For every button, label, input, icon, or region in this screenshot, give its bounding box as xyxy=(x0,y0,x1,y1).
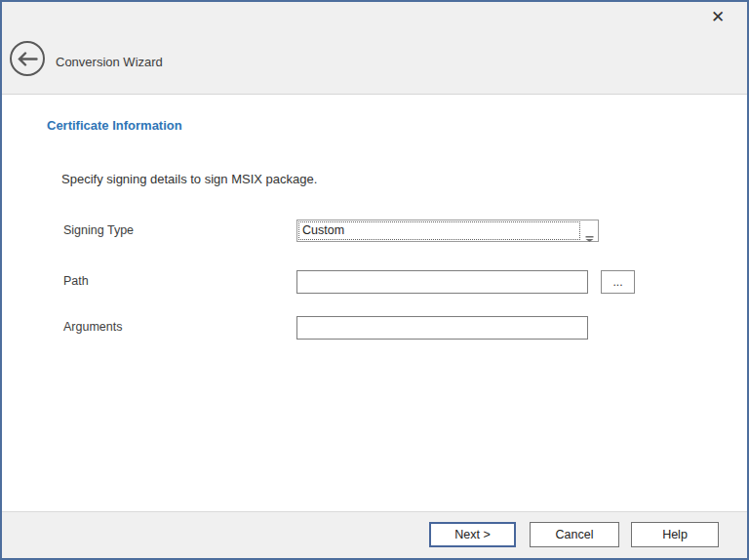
back-button[interactable] xyxy=(10,41,45,76)
wizard-header: ✕ Conversion Wizard xyxy=(0,0,749,95)
dropdown-arrow-icon[interactable] xyxy=(585,228,594,234)
page-title: Certificate Information xyxy=(47,118,182,133)
arguments-label: Arguments xyxy=(63,319,122,335)
signing-type-label: Signing Type xyxy=(63,222,134,238)
wizard-title: Conversion Wizard xyxy=(56,55,163,70)
next-button[interactable]: Next > xyxy=(429,522,516,547)
page-description: Specify signing details to sign MSIX pac… xyxy=(61,172,317,186)
path-label: Path xyxy=(63,273,89,289)
signing-type-combobox[interactable]: Custom xyxy=(296,220,599,242)
browse-button[interactable]: ... xyxy=(601,270,635,294)
help-button[interactable]: Help xyxy=(631,522,719,547)
back-arrow-icon xyxy=(18,52,38,66)
cancel-button[interactable]: Cancel xyxy=(530,522,619,547)
arguments-input[interactable] xyxy=(296,316,588,340)
path-input[interactable] xyxy=(296,270,588,294)
signing-type-value: Custom xyxy=(302,222,344,239)
close-icon[interactable]: ✕ xyxy=(707,7,729,28)
